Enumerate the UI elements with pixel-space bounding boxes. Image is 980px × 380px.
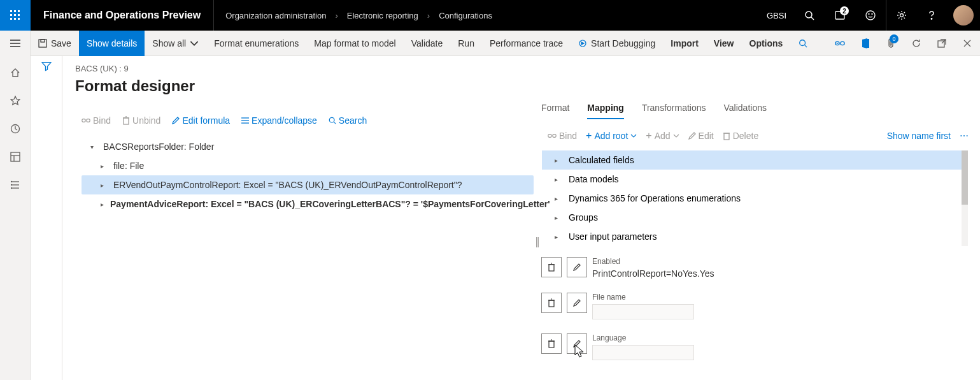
tree-row-file[interactable]: ▸ file: File xyxy=(82,156,534,175)
language-label: Language xyxy=(592,333,694,342)
delete-button[interactable]: Delete xyxy=(723,131,758,141)
import-button[interactable]: Import xyxy=(663,31,706,56)
tab-validations[interactable]: Validations xyxy=(724,103,767,119)
close-icon[interactable] xyxy=(955,31,980,56)
modules-icon[interactable] xyxy=(0,172,31,198)
language-input[interactable] xyxy=(592,345,694,360)
svg-point-14 xyxy=(872,14,872,15)
tree-row-payment[interactable]: ▸ PaymentAdviceReport: Excel = "BACS (UK… xyxy=(82,194,534,214)
save-button[interactable]: Save xyxy=(31,31,79,56)
svg-rect-7 xyxy=(14,18,16,20)
run-button[interactable]: Run xyxy=(450,31,482,56)
svg-rect-43 xyxy=(124,118,129,124)
format-tree: ▾ BACSReportsFolder: Folder ▸ file: File… xyxy=(75,137,534,214)
edit-button[interactable]: Edit xyxy=(688,131,714,141)
format-enumerations-button[interactable]: Format enumerations xyxy=(206,31,306,56)
show-details-button[interactable]: Show details xyxy=(79,31,145,56)
caret-right-icon: ▸ xyxy=(555,233,561,240)
crumb-2[interactable]: Configurations xyxy=(439,11,492,20)
gear-icon[interactable] xyxy=(886,0,916,31)
home-icon[interactable] xyxy=(0,60,31,85)
performance-trace-button[interactable]: Performance trace xyxy=(482,31,571,56)
search-icon[interactable] xyxy=(794,0,825,31)
filename-input[interactable] xyxy=(592,304,694,319)
view-button[interactable]: View xyxy=(706,31,742,56)
edit-filename-button[interactable] xyxy=(567,293,587,313)
show-name-first-button[interactable]: Show name first xyxy=(887,131,951,141)
legal-entity[interactable]: GBSI xyxy=(759,11,794,20)
help-icon[interactable] xyxy=(916,0,947,31)
bind-button[interactable]: Bind xyxy=(82,115,111,126)
crumb-0[interactable]: Organization administration xyxy=(225,11,326,20)
recent-icon[interactable] xyxy=(0,116,31,142)
tree-root[interactable]: ▾ BACSReportsFolder: Folder xyxy=(82,137,534,156)
tab-transformations[interactable]: Transformations xyxy=(642,103,706,119)
right-pane: Format Mapping Transformations Validatio… xyxy=(541,103,980,380)
hamburger-icon[interactable] xyxy=(10,40,20,47)
ds-d365-enum[interactable]: ▸Dynamics 365 for Operations enumeration… xyxy=(542,189,968,208)
edit-enabled-button[interactable] xyxy=(567,257,587,277)
delete-filename-button[interactable] xyxy=(541,293,562,313)
svg-rect-61 xyxy=(549,341,554,347)
right-tabs: Format Mapping Transformations Validatio… xyxy=(541,103,969,119)
delete-language-button[interactable] xyxy=(541,333,562,354)
popout-icon[interactable] xyxy=(929,31,955,56)
tab-mapping[interactable]: Mapping xyxy=(587,103,624,119)
refresh-icon[interactable] xyxy=(904,31,929,56)
splitter[interactable]: ‖ xyxy=(534,103,541,380)
unbind-button[interactable]: Unbind xyxy=(122,115,160,126)
svg-point-13 xyxy=(869,14,869,15)
more-icon[interactable]: ⋯ xyxy=(960,131,969,141)
link-icon[interactable] xyxy=(827,31,853,56)
svg-rect-55 xyxy=(549,265,554,271)
expand-collapse-button[interactable]: Expand/collapse xyxy=(241,115,317,126)
workspaces-icon[interactable] xyxy=(0,144,31,170)
prop-language: Language xyxy=(541,333,969,360)
show-details-label: Show details xyxy=(87,38,137,48)
attachments-icon[interactable]: 0 xyxy=(878,31,904,56)
filter-icon[interactable] xyxy=(41,61,52,380)
caret-down-icon: ▾ xyxy=(90,143,97,150)
property-list: Enabled PrintControlReport=NoYes.Yes Fil… xyxy=(541,257,969,360)
edit-language-button[interactable] xyxy=(567,333,587,354)
validate-button[interactable]: Validate xyxy=(404,31,451,56)
notifications-icon[interactable]: 2 xyxy=(825,0,855,31)
star-icon[interactable] xyxy=(0,88,31,113)
add-root-button[interactable]: +Add root xyxy=(586,131,637,141)
tree-search-button[interactable]: Search xyxy=(329,115,367,126)
svg-rect-27 xyxy=(867,39,869,48)
tree-row-ervend[interactable]: ▸ ERVendOutPaymControlReport: Excel = "B… xyxy=(82,175,534,194)
add-button[interactable]: +Add xyxy=(646,131,679,141)
edit-formula-button[interactable]: Edit formula xyxy=(172,115,230,126)
map-bind-button[interactable]: Bind xyxy=(548,131,577,141)
ds-groups[interactable]: ▸Groups xyxy=(542,208,968,227)
delete-enabled-button[interactable] xyxy=(541,257,562,277)
breadcrumb: Organization administration › Electronic… xyxy=(214,11,492,20)
cmd-search-icon[interactable] xyxy=(790,31,816,56)
show-all-button[interactable]: Show all xyxy=(145,31,206,56)
avatar[interactable] xyxy=(953,5,974,26)
app-title: Finance and Operations Preview xyxy=(31,0,214,31)
enabled-label: Enabled xyxy=(592,257,714,266)
hamburger-slot xyxy=(0,31,31,56)
start-debugging-button[interactable]: Start Debugging xyxy=(571,31,663,56)
mapping-toolbar: Bind +Add root +Add Edit Delete Show nam… xyxy=(541,131,969,141)
map-format-button[interactable]: Map format to model xyxy=(306,31,403,56)
tab-format[interactable]: Format xyxy=(541,103,569,119)
options-button[interactable]: Options xyxy=(742,31,791,56)
svg-rect-6 xyxy=(10,18,12,20)
ds-user-params[interactable]: ▸User input parameters xyxy=(542,227,968,246)
office-icon[interactable] xyxy=(853,31,878,56)
scrollbar-thumb[interactable] xyxy=(962,150,968,205)
ds-calculated-fields[interactable]: ▸Calculated fields xyxy=(542,150,968,170)
svg-point-38 xyxy=(11,182,11,182)
crumb-1[interactable]: Electronic reporting xyxy=(347,11,418,20)
prop-enabled: Enabled PrintControlReport=NoYes.Yes xyxy=(541,257,969,279)
show-all-label: Show all xyxy=(152,38,186,48)
svg-rect-42 xyxy=(87,119,90,122)
ds-data-models[interactable]: ▸Data models xyxy=(542,170,968,189)
smiley-icon[interactable] xyxy=(855,0,886,31)
app-launcher[interactable] xyxy=(0,0,31,31)
caret-right-icon: ▸ xyxy=(555,176,561,183)
svg-point-39 xyxy=(11,185,11,186)
